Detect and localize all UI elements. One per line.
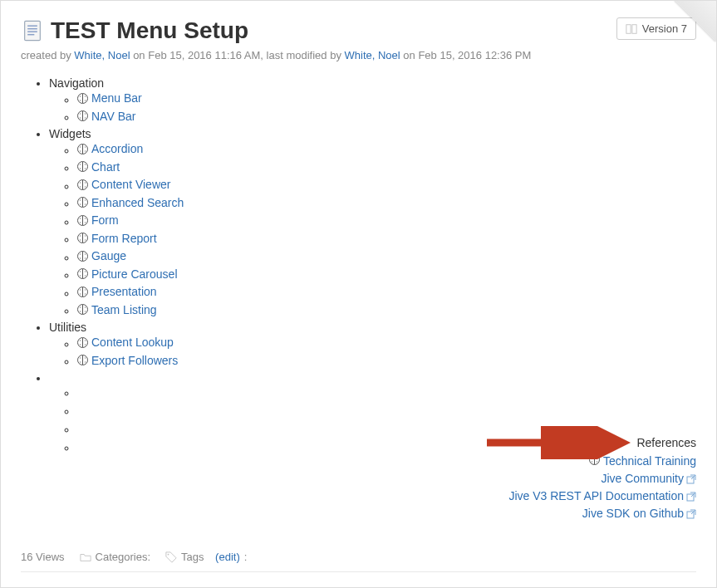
tree-item-empty <box>77 386 696 401</box>
svg-rect-5 <box>626 24 631 33</box>
reference-item: Jive SDK on Github <box>508 507 696 520</box>
globe-icon <box>77 215 88 226</box>
tree-item-link[interactable]: Presentation <box>91 285 157 298</box>
meta-modified-prefix: last modified by <box>267 49 345 61</box>
page-corner-fold <box>658 1 716 59</box>
tree-item-link[interactable]: Gauge <box>91 249 126 262</box>
tags-edit-link[interactable]: (edit) <box>215 551 240 563</box>
reference-item: Jive V3 REST API Documentation <box>508 489 696 502</box>
folder-icon <box>80 551 91 563</box>
compare-icon <box>626 23 637 35</box>
globe-icon <box>77 144 88 154</box>
globe-icon <box>77 251 88 262</box>
tree-item: Content Viewer <box>77 178 696 193</box>
globe-icon <box>77 287 88 297</box>
svg-point-14 <box>168 553 169 555</box>
globe-icon <box>77 179 88 190</box>
tree-item-link[interactable]: Export Followers <box>91 354 178 367</box>
tags-section: Tags (edit) : <box>165 551 247 563</box>
tree-item: Chart <box>77 160 696 175</box>
globe-icon <box>77 110 88 121</box>
page-title: TEST Menu Setup <box>51 17 248 44</box>
tags-suffix: : <box>244 551 248 563</box>
tree-item-link[interactable]: Chart <box>91 160 120 174</box>
globe-icon <box>77 197 88 208</box>
tree-item-link[interactable]: Picture Carousel <box>91 267 178 281</box>
tree-item-link[interactable]: Content Lookup <box>91 336 174 349</box>
arrow-annotation <box>483 426 632 462</box>
tree-item-link[interactable]: Accordion <box>91 142 143 155</box>
reference-link[interactable]: Jive V3 REST API Documentation <box>508 489 684 502</box>
meta-created-suffix: on Feb 15, 2016 11:16 AM, <box>130 49 267 61</box>
tree-item: Picture Carousel <box>77 267 696 282</box>
tree-item: Export Followers <box>77 354 696 369</box>
tree-item-link[interactable]: Team Listing <box>91 303 157 316</box>
tree-item: Content Lookup <box>77 336 696 350</box>
created-by-user-link[interactable]: White, Noel <box>74 49 130 61</box>
svg-rect-6 <box>632 24 636 33</box>
tree-item: NAV Bar <box>77 110 696 125</box>
globe-icon <box>77 161 88 172</box>
tree-item: Gauge <box>77 249 696 264</box>
tree-item: Enhanced Search <box>77 196 696 211</box>
document-icon <box>21 19 44 42</box>
globe-icon <box>77 233 88 243</box>
tree-section: UtilitiesContent LookupExport Followers <box>49 321 696 368</box>
tree-item: Form Report <box>77 232 696 247</box>
tags-label: Tags <box>181 551 204 563</box>
tree-section: NavigationMenu BarNAV Bar <box>49 76 696 124</box>
tree-item: Team Listing <box>77 303 696 318</box>
views-count: 16 Views <box>21 551 65 563</box>
tree-section: WidgetsAccordionChartContent ViewerEnhan… <box>49 127 696 317</box>
tree-item-link[interactable]: Content Viewer <box>91 178 170 191</box>
tree-item-empty <box>77 404 696 419</box>
reference-item: Jive Community <box>508 472 696 485</box>
globe-icon <box>77 337 88 348</box>
section-label: Widgets <box>49 127 91 140</box>
globe-icon <box>77 304 88 315</box>
footer-bar: 16 Views Categories: Tags (edit) : <box>21 551 696 572</box>
categories-section: Categories: <box>80 551 150 563</box>
tree-item-link[interactable]: Form Report <box>91 232 157 245</box>
external-link-icon <box>686 492 696 502</box>
categories-label: Categories: <box>96 551 150 563</box>
meta-modified-suffix: on Feb 15, 2016 12:36 PM <box>400 49 532 61</box>
meta-line: created by White, Noel on Feb 15, 2016 1… <box>21 49 696 61</box>
tree-item-link[interactable]: Menu Bar <box>91 91 142 105</box>
globe-icon <box>77 355 88 365</box>
reference-link[interactable]: Jive SDK on Github <box>582 507 684 520</box>
tag-icon <box>165 551 177 563</box>
external-link-icon <box>686 474 696 484</box>
external-link-icon <box>686 509 696 519</box>
section-label: Navigation <box>49 76 104 90</box>
tree-item-link[interactable]: Enhanced Search <box>91 196 184 209</box>
meta-created-prefix: created by <box>21 49 74 61</box>
reference-link[interactable]: Jive Community <box>601 472 684 485</box>
svg-rect-0 <box>25 21 41 40</box>
tree-item-link[interactable]: Form <box>91 213 119 227</box>
tree-item: Presentation <box>77 285 696 300</box>
tree-item: Menu Bar <box>77 91 696 106</box>
tree-item: Form <box>77 213 696 228</box>
section-label: Utilities <box>49 321 86 334</box>
content-tree: NavigationMenu BarNAV BarWidgetsAccordio… <box>31 76 696 456</box>
globe-icon <box>77 268 88 279</box>
tree-item-link[interactable]: NAV Bar <box>91 110 135 123</box>
tree-item: Accordion <box>77 142 696 157</box>
modified-by-user-link[interactable]: White, Noel <box>345 49 400 61</box>
globe-icon <box>77 93 88 104</box>
